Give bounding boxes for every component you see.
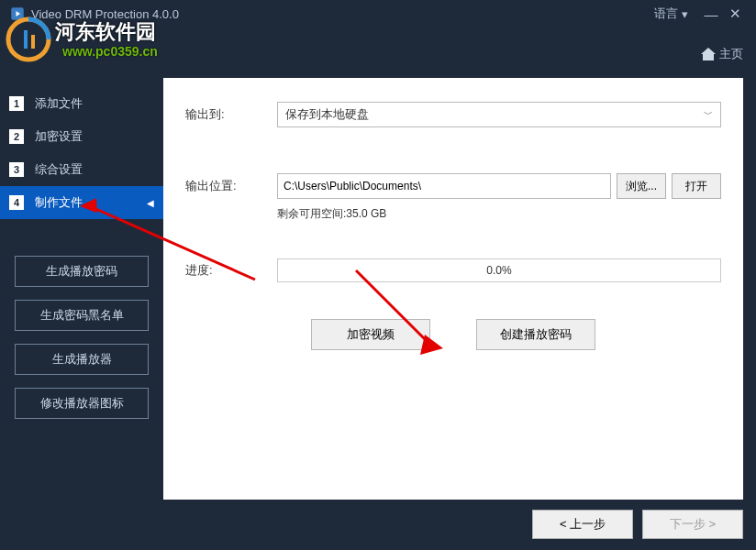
- app-title: Video DRM Protection 4.0.0: [31, 7, 654, 21]
- step-number: 4: [9, 195, 24, 210]
- generate-password-blacklist-button[interactable]: 生成密码黑名单: [15, 300, 149, 331]
- edit-player-icon-button[interactable]: 修改播放器图标: [15, 388, 149, 419]
- language-label: 语言: [654, 6, 678, 22]
- chevron-down-icon: ﹀: [704, 108, 713, 121]
- step-number: 1: [9, 96, 24, 111]
- svg-rect-2: [24, 30, 28, 49]
- step-create-files[interactable]: 4 制作文件 ◀: [0, 186, 163, 219]
- chevron-left-icon: ◀: [147, 198, 154, 208]
- progress-value: 0.0%: [486, 264, 511, 277]
- footer-nav: < 上一步 下一步 >: [532, 510, 743, 539]
- encrypt-video-button[interactable]: 加密视频: [311, 319, 430, 350]
- step-label: 添加文件: [35, 95, 83, 112]
- step-number: 2: [9, 129, 24, 144]
- content-panel: 输出到: 保存到本地硬盘 ﹀ 输出位置: 浏览... 打开 剩余可用空间:35.…: [163, 78, 743, 500]
- home-link[interactable]: 主页: [701, 46, 743, 62]
- home-icon: [701, 48, 716, 60]
- close-button[interactable]: ✕: [723, 6, 747, 22]
- language-dropdown[interactable]: 语言 ▾: [654, 6, 688, 22]
- generate-play-password-button[interactable]: 生成播放密码: [15, 256, 149, 287]
- prev-step-button[interactable]: < 上一步: [532, 510, 633, 539]
- output-to-select[interactable]: 保存到本地硬盘 ﹀: [277, 102, 721, 127]
- progress-label: 进度:: [185, 262, 277, 279]
- output-path-input[interactable]: [277, 173, 611, 199]
- svg-rect-3: [31, 35, 35, 49]
- step-label: 加密设置: [35, 128, 83, 145]
- chevron-down-icon: ▾: [682, 7, 688, 21]
- minimize-button[interactable]: —: [699, 6, 723, 22]
- step-encrypt-settings[interactable]: 2 加密设置: [0, 120, 163, 153]
- app-icon: [9, 6, 26, 22]
- home-label: 主页: [719, 46, 743, 62]
- step-label: 制作文件: [35, 194, 83, 211]
- step-label: 综合设置: [35, 161, 83, 178]
- output-to-label: 输出到:: [185, 106, 277, 123]
- step-general-settings[interactable]: 3 综合设置: [0, 153, 163, 186]
- step-add-files[interactable]: 1 添加文件: [0, 87, 163, 120]
- next-step-button: 下一步 >: [642, 510, 743, 539]
- watermark-url: www.pc0359.cn: [62, 44, 158, 59]
- free-space-text: 剩余可用空间:35.0 GB: [277, 206, 721, 222]
- sidebar: 1 添加文件 2 加密设置 3 综合设置 4 制作文件 ◀ 生成播放密码 生成密…: [0, 78, 163, 500]
- title-bar: Video DRM Protection 4.0.0 语言 ▾ — ✕: [0, 0, 756, 28]
- output-to-value: 保存到本地硬盘: [285, 106, 369, 123]
- generate-player-button[interactable]: 生成播放器: [15, 344, 149, 375]
- browse-button[interactable]: 浏览...: [617, 173, 666, 199]
- create-play-password-button[interactable]: 创建播放密码: [476, 319, 595, 350]
- open-button[interactable]: 打开: [672, 173, 721, 199]
- output-path-label: 输出位置:: [185, 178, 277, 194]
- step-number: 3: [9, 162, 24, 177]
- progress-bar: 0.0%: [277, 258, 721, 282]
